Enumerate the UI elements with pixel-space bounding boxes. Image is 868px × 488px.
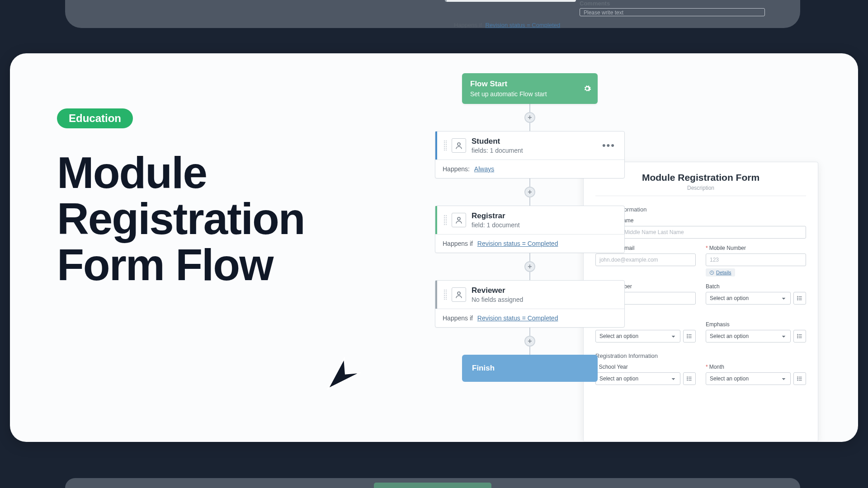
peek-condition: Happens if Revision status = Completed bbox=[454, 22, 560, 28]
svg-point-33 bbox=[797, 377, 798, 377]
svg-point-9 bbox=[797, 296, 798, 296]
month-label: *Month bbox=[706, 364, 806, 370]
list-icon bbox=[686, 375, 693, 382]
list-icon bbox=[686, 333, 693, 339]
emphasis-select[interactable]: Select an option bbox=[706, 330, 791, 343]
peek-node: No fields assigned bbox=[445, 0, 576, 2]
cond-link[interactable]: Revision status = Completed bbox=[477, 240, 558, 247]
node-title: Student bbox=[472, 137, 523, 146]
list-icon bbox=[797, 375, 803, 382]
clock-icon bbox=[709, 270, 714, 275]
background-peek-bottom bbox=[65, 478, 800, 488]
section-registration-info: Registration Information bbox=[595, 352, 806, 359]
svg-point-1 bbox=[458, 143, 460, 145]
page-title: Module Registration Form Flow bbox=[57, 150, 351, 288]
node-title: Reviewer bbox=[472, 286, 523, 295]
student-name-input[interactable] bbox=[595, 226, 806, 239]
list-button[interactable] bbox=[793, 292, 806, 305]
list-button[interactable] bbox=[683, 372, 696, 385]
person-icon bbox=[452, 213, 466, 227]
svg-point-22 bbox=[797, 336, 798, 336]
svg-point-10 bbox=[797, 298, 798, 298]
gear-icon[interactable] bbox=[583, 84, 591, 93]
month-select[interactable]: Select an option bbox=[706, 372, 791, 385]
flow-node-student[interactable]: Student fields: 1 document ••• Happens: … bbox=[435, 131, 625, 178]
svg-point-28 bbox=[687, 378, 688, 379]
peek-cond-link[interactable]: Revision status = Completed bbox=[485, 22, 560, 28]
list-icon bbox=[797, 295, 803, 301]
student-name-label: *Student Name bbox=[595, 217, 806, 224]
cond-label: Happens if bbox=[443, 240, 473, 247]
flow-finish-node[interactable]: Finish bbox=[462, 355, 598, 382]
drag-handle-icon[interactable] bbox=[443, 140, 447, 151]
student-email-input[interactable] bbox=[595, 253, 696, 266]
batch-label: Batch bbox=[706, 283, 806, 290]
more-icon[interactable]: ••• bbox=[599, 140, 618, 151]
batch-select[interactable]: Select an option bbox=[706, 292, 791, 305]
list-button[interactable] bbox=[793, 372, 806, 385]
background-peek-top: No fields assigned Happens if Revision s… bbox=[65, 0, 800, 28]
add-step-button[interactable]: + bbox=[524, 112, 535, 123]
section-student-info: Student Information bbox=[595, 206, 806, 213]
mobile-number-label: *Mobile Number bbox=[706, 245, 806, 251]
person-icon bbox=[452, 138, 466, 153]
flow-node-reviewer[interactable]: Reviewer No fields assigned Happens if R… bbox=[435, 280, 625, 328]
school-year-select[interactable]: Select an option bbox=[595, 372, 680, 385]
school-year-label: *School Year bbox=[595, 364, 696, 370]
node-subtitle: No fields assigned bbox=[472, 296, 523, 303]
flow-finish-title: Finish bbox=[472, 364, 495, 372]
category-badge: Education bbox=[57, 108, 133, 128]
person-icon bbox=[452, 287, 466, 302]
flow-start-subtitle: Set up automatic Flow start bbox=[470, 90, 590, 98]
svg-point-2 bbox=[458, 217, 460, 220]
list-icon bbox=[797, 333, 803, 339]
emphasis-label: Emphasis bbox=[706, 321, 806, 328]
svg-point-34 bbox=[797, 378, 798, 379]
peek-start-node bbox=[374, 483, 491, 488]
peek-cond-label: Happens if bbox=[454, 22, 482, 28]
peek-comments-label: Comments bbox=[580, 0, 610, 7]
cond-link[interactable]: Always bbox=[474, 165, 494, 173]
svg-point-29 bbox=[687, 380, 688, 380]
form-description: Description bbox=[595, 185, 806, 196]
cond-link[interactable]: Revision status = Completed bbox=[477, 314, 558, 322]
svg-point-27 bbox=[687, 377, 688, 377]
add-step-button[interactable]: + bbox=[524, 261, 535, 272]
svg-point-35 bbox=[797, 380, 798, 380]
form-title: Module Registration Form bbox=[595, 172, 806, 183]
node-subtitle: field: 1 document bbox=[472, 221, 520, 229]
add-step-button[interactable]: + bbox=[524, 187, 535, 197]
drag-handle-icon[interactable] bbox=[443, 289, 447, 300]
cond-label: Happens if bbox=[443, 314, 473, 322]
degree-select[interactable]: Select an option bbox=[595, 330, 680, 343]
node-title: Registrar bbox=[472, 211, 520, 221]
peek-comments-box[interactable]: Please write text bbox=[580, 8, 765, 16]
mobile-details-link[interactable]: Details bbox=[706, 268, 735, 277]
node-condition: Happens: Always bbox=[435, 160, 624, 178]
list-button[interactable] bbox=[683, 330, 696, 343]
svg-point-15 bbox=[687, 334, 688, 335]
flow-start-node[interactable]: Flow Start Set up automatic Flow start bbox=[462, 73, 598, 104]
node-condition: Happens if Revision status = Completed bbox=[435, 309, 624, 327]
cursor-icon bbox=[322, 354, 363, 395]
add-step-button[interactable]: + bbox=[524, 336, 535, 347]
node-condition: Happens if Revision status = Completed bbox=[435, 234, 624, 253]
svg-point-11 bbox=[797, 299, 798, 300]
svg-point-3 bbox=[458, 292, 460, 295]
svg-point-21 bbox=[797, 334, 798, 335]
drag-handle-icon[interactable] bbox=[443, 215, 447, 225]
hero-card: Education Module Registration Form Flow … bbox=[10, 53, 858, 442]
flow-start-title: Flow Start bbox=[470, 80, 590, 89]
mobile-number-input[interactable] bbox=[706, 253, 806, 266]
hero-text: Education Module Registration Form Flow bbox=[57, 108, 351, 288]
flow-node-registrar[interactable]: Registrar field: 1 document Happens if R… bbox=[435, 206, 625, 253]
svg-point-23 bbox=[797, 338, 798, 338]
svg-point-17 bbox=[687, 338, 688, 338]
node-subtitle: fields: 1 document bbox=[472, 147, 523, 154]
cond-label: Happens: bbox=[443, 165, 470, 173]
list-button[interactable] bbox=[793, 330, 806, 343]
svg-point-16 bbox=[687, 336, 688, 336]
